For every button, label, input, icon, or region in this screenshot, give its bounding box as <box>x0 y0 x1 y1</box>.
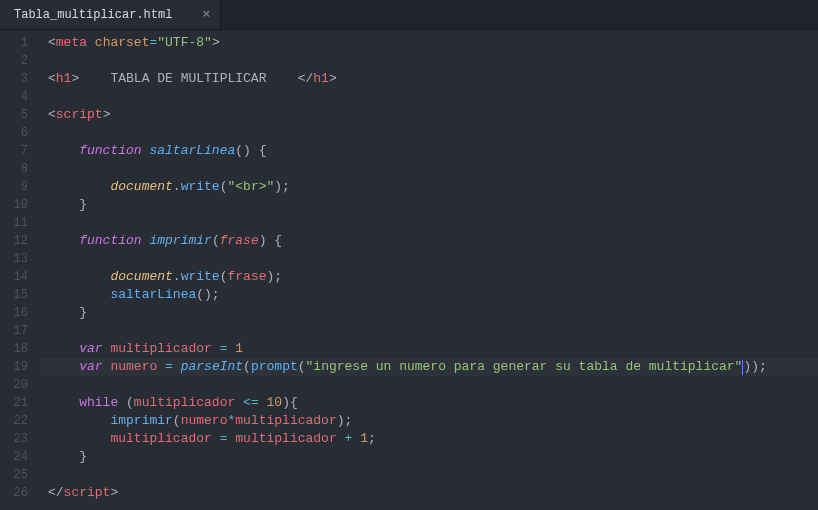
line-number: 9 <box>0 178 40 196</box>
code-area[interactable]: <meta charset="UTF-8"> <h1> TABLA DE MUL… <box>40 30 818 510</box>
code-line: function imprimir(frase) { <box>40 232 818 250</box>
line-number: 14 <box>0 268 40 286</box>
code-line <box>40 322 818 340</box>
line-number: 22 <box>0 412 40 430</box>
line-number: 6 <box>0 124 40 142</box>
line-number: 19 <box>0 358 40 376</box>
line-number: 1 <box>0 34 40 52</box>
gutter: 1 2 3 4 5 6 7 8 9 10 11 12 13 14 15 16 1… <box>0 30 40 510</box>
code-line: document.write(frase); <box>40 268 818 286</box>
tab-title: Tabla_multiplicar.html <box>14 8 172 22</box>
close-icon[interactable]: × <box>202 7 210 22</box>
code-line: imprimir(numero*multiplicador); <box>40 412 818 430</box>
code-line: saltarLinea(); <box>40 286 818 304</box>
code-line <box>40 124 818 142</box>
code-line <box>40 52 818 70</box>
code-line <box>40 466 818 484</box>
line-number: 5 <box>0 106 40 124</box>
line-number: 12 <box>0 232 40 250</box>
code-line: <h1> TABLA DE MULTIPLICAR </h1> <box>40 70 818 88</box>
code-line: <meta charset="UTF-8"> <box>40 34 818 52</box>
line-number: 10 <box>0 196 40 214</box>
line-number: 18 <box>0 340 40 358</box>
code-line: <script> <box>40 106 818 124</box>
code-line: var multiplicador = 1 <box>40 340 818 358</box>
tab-file[interactable]: Tabla_multiplicar.html × <box>0 0 221 29</box>
code-line: while (multiplicador <= 10){ <box>40 394 818 412</box>
line-number: 23 <box>0 430 40 448</box>
code-line: </script> <box>40 484 818 502</box>
code-line <box>40 376 818 394</box>
line-number: 24 <box>0 448 40 466</box>
tab-bar: Tabla_multiplicar.html × <box>0 0 818 30</box>
code-line: function saltarLinea() { <box>40 142 818 160</box>
line-number: 26 <box>0 484 40 502</box>
code-line: multiplicador = multiplicador + 1; <box>40 430 818 448</box>
line-number: 15 <box>0 286 40 304</box>
editor: 1 2 3 4 5 6 7 8 9 10 11 12 13 14 15 16 1… <box>0 30 818 510</box>
code-line: } <box>40 448 818 466</box>
code-line <box>40 88 818 106</box>
line-number: 2 <box>0 52 40 70</box>
code-line: document.write("<br>"); <box>40 178 818 196</box>
code-line: var numero = parseInt(prompt("ingrese un… <box>40 358 818 376</box>
code-line <box>40 250 818 268</box>
line-number: 7 <box>0 142 40 160</box>
code-line <box>40 214 818 232</box>
line-number: 16 <box>0 304 40 322</box>
line-number: 8 <box>0 160 40 178</box>
line-number: 25 <box>0 466 40 484</box>
line-number: 13 <box>0 250 40 268</box>
line-number: 4 <box>0 88 40 106</box>
line-number: 20 <box>0 376 40 394</box>
line-number: 21 <box>0 394 40 412</box>
line-number: 11 <box>0 214 40 232</box>
code-line <box>40 160 818 178</box>
line-number: 3 <box>0 70 40 88</box>
line-number: 17 <box>0 322 40 340</box>
code-line: } <box>40 304 818 322</box>
code-line: } <box>40 196 818 214</box>
